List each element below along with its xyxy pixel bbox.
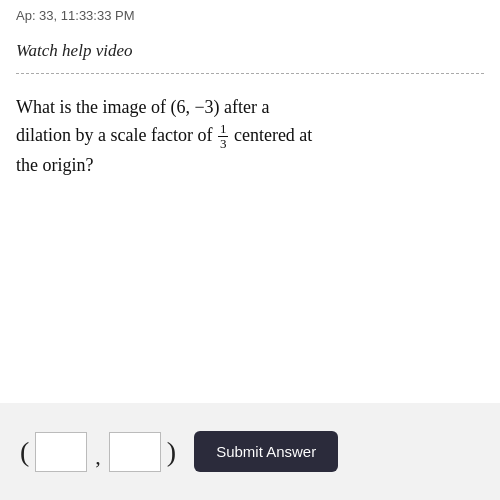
fraction: 1 3 (218, 122, 229, 152)
question-part5: the origin? (16, 155, 93, 175)
fraction-numerator: 1 (218, 122, 229, 137)
watch-help-link[interactable]: Watch help video (16, 41, 132, 60)
question-part1: What is the image of (16, 97, 170, 117)
question-text: What is the image of (6, −3) after a dil… (0, 74, 500, 203)
question-part4: centered at (229, 125, 312, 145)
top-bar-text: Ap: 33, 11:33:33 PM (16, 8, 135, 23)
question-part2: after a (220, 97, 270, 117)
fraction-denominator: 3 (218, 137, 229, 151)
answer-panel: ( , ) Submit Answer (0, 403, 500, 500)
answer-input-y[interactable] (109, 432, 161, 472)
submit-button[interactable]: Submit Answer (194, 431, 338, 472)
comma: , (95, 446, 101, 472)
top-bar: Ap: 33, 11:33:33 PM (0, 0, 500, 31)
watch-help-section: Watch help video (0, 31, 500, 73)
left-paren: ( (20, 438, 29, 466)
right-paren: ) (167, 438, 176, 466)
question-part3: dilation by a scale factor of (16, 125, 217, 145)
question-point: (6, −3) (170, 97, 219, 117)
answer-input-x[interactable] (35, 432, 87, 472)
